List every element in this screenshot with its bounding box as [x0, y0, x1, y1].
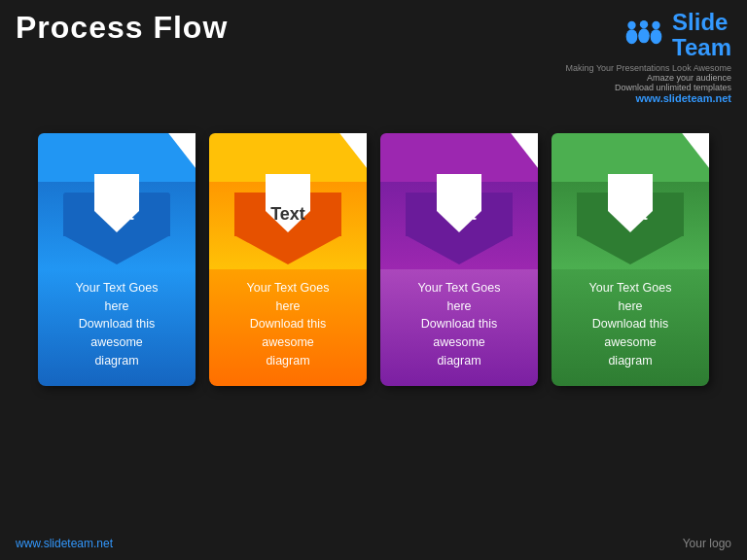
- card-1-line5: diagram: [94, 354, 138, 368]
- svg-point-2: [640, 20, 648, 28]
- card-1: Text Your Text Goes here Download this a…: [38, 133, 196, 386]
- card-4-line2: here: [618, 299, 642, 313]
- card-4-line3: Download this: [592, 317, 669, 331]
- card-2-body: Your Text Goes here Download this awesom…: [209, 269, 367, 386]
- logo-tagline: Making Your Presentations Look Awesome: [566, 63, 731, 73]
- logo-area: Slide Team Making Your Presentations Loo…: [566, 10, 731, 104]
- card-1-line2: here: [104, 299, 128, 313]
- card-3-arrow-area: Text: [380, 182, 538, 269]
- card-2-line5: diagram: [266, 354, 309, 368]
- card-1-line3: Download this: [79, 317, 156, 331]
- card-2-arrow-text: Text: [234, 204, 341, 225]
- card-3-arrow-text: Text: [406, 204, 513, 225]
- card-1-arrow-tri: [63, 235, 170, 264]
- page-title: Process Flow: [16, 10, 228, 46]
- card-2: Text Your Text Goes here Download this a…: [209, 133, 367, 386]
- card-4-fold: [682, 133, 709, 168]
- card-3-line1: Your Text Goes: [418, 281, 501, 295]
- logo-name: Slide Team: [672, 10, 731, 61]
- footer-url: www.slideteam.net: [16, 537, 113, 550]
- svg-point-1: [626, 30, 638, 45]
- logo-amaze: Amaze your audience: [647, 73, 731, 83]
- card-2-line3: Download this: [250, 317, 327, 331]
- card-4-arrow-area: Text: [551, 182, 709, 269]
- card-3-line4: awesome: [433, 335, 485, 349]
- card-1-body-text: Your Text Goes here Download this awesom…: [48, 279, 186, 370]
- card-1-fold: [168, 133, 196, 168]
- card-3-line5: diagram: [437, 354, 480, 368]
- card-4-body-text: Your Text Goes here Download this awesom…: [561, 279, 699, 370]
- card-1-line1: Your Text Goes: [76, 281, 159, 295]
- card-2-line1: Your Text Goes: [247, 281, 330, 295]
- logo-brand: Slide Team: [620, 10, 731, 61]
- card-4-line5: diagram: [608, 354, 652, 368]
- card-4-body: Your Text Goes here Download this awesom…: [551, 269, 709, 386]
- card-1-body: Your Text Goes here Download this awesom…: [38, 269, 196, 386]
- card-3-fold: [511, 133, 538, 168]
- card-4-line4: awesome: [604, 335, 657, 349]
- logo-slide-text: Slide: [672, 10, 731, 35]
- header: Process Flow Slide Team Making Your Pres…: [0, 0, 747, 104]
- footer-logo: Your logo: [683, 537, 731, 550]
- card-1-arrow-area: Text: [38, 182, 196, 269]
- card-1-line4: awesome: [90, 335, 143, 349]
- logo-download: Download unlimited templates: [615, 83, 731, 92]
- card-3: Text Your Text Goes here Download this a…: [380, 133, 538, 386]
- svg-point-0: [627, 21, 635, 29]
- card-1-arrow-text: Text: [63, 204, 170, 225]
- card-3-body-text: Your Text Goes here Download this awesom…: [390, 279, 528, 370]
- logo-people-icon: [620, 17, 668, 53]
- card-4-arrow-tri: [577, 235, 684, 264]
- logo-team-text: Team: [672, 35, 731, 60]
- cards-container: Text Your Text Goes here Download this a…: [0, 114, 747, 386]
- card-3-arrow-tri: [406, 235, 513, 264]
- card-3-body: Your Text Goes here Download this awesom…: [380, 269, 538, 386]
- card-4-line1: Your Text Goes: [589, 281, 672, 295]
- card-2-line4: awesome: [262, 335, 314, 349]
- card-4: Text Your Text Goes here Download this a…: [551, 133, 709, 386]
- footer: www.slideteam.net Your logo: [16, 537, 731, 550]
- card-2-body-text: Your Text Goes here Download this awesom…: [219, 279, 357, 370]
- card-3-line3: Download this: [421, 317, 498, 331]
- card-2-arrow-area: Text: [209, 182, 367, 269]
- card-2-fold: [339, 133, 367, 168]
- svg-point-5: [651, 30, 662, 45]
- card-2-line2: here: [275, 299, 300, 313]
- svg-point-3: [638, 29, 650, 44]
- card-4-arrow-text: Text: [577, 204, 684, 225]
- card-2-arrow-tri: [234, 235, 341, 264]
- svg-point-4: [652, 21, 659, 29]
- logo-url: www.slideteam.net: [635, 92, 731, 104]
- card-3-line2: here: [446, 299, 471, 313]
